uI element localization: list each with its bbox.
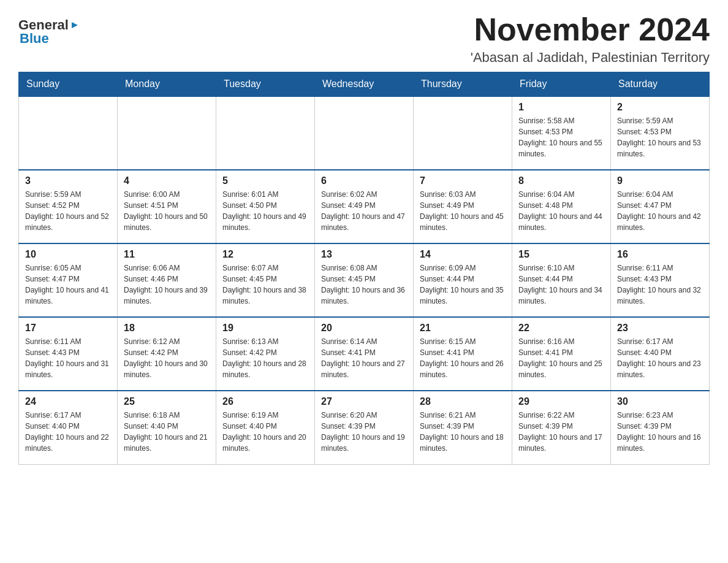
calendar-header-monday: Monday <box>118 72 216 97</box>
day-number: 26 <box>222 396 308 407</box>
calendar-cell: 6Sunrise: 6:02 AMSunset: 4:49 PMDaylight… <box>315 170 414 243</box>
calendar-cell: 12Sunrise: 6:07 AMSunset: 4:45 PMDayligh… <box>216 243 315 317</box>
calendar-cell: 18Sunrise: 6:12 AMSunset: 4:42 PMDayligh… <box>118 317 216 391</box>
calendar-cell: 24Sunrise: 6:17 AMSunset: 4:40 PMDayligh… <box>19 391 118 464</box>
calendar-cell <box>216 96 315 170</box>
day-info: Sunrise: 6:01 AMSunset: 4:50 PMDaylight:… <box>222 189 308 233</box>
calendar-header-sunday: Sunday <box>19 72 118 97</box>
calendar-cell: 7Sunrise: 6:03 AMSunset: 4:49 PMDaylight… <box>414 170 512 243</box>
day-number: 19 <box>222 323 308 334</box>
day-number: 29 <box>518 396 604 407</box>
calendar-cell: 26Sunrise: 6:19 AMSunset: 4:40 PMDayligh… <box>216 391 315 464</box>
week-row-4: 17Sunrise: 6:11 AMSunset: 4:43 PMDayligh… <box>19 317 710 391</box>
calendar-cell: 27Sunrise: 6:20 AMSunset: 4:39 PMDayligh… <box>315 391 414 464</box>
day-number: 25 <box>124 396 210 407</box>
calendar-cell: 13Sunrise: 6:08 AMSunset: 4:45 PMDayligh… <box>315 243 414 317</box>
week-row-1: 1Sunrise: 5:58 AMSunset: 4:53 PMDaylight… <box>19 96 710 170</box>
calendar-header-friday: Friday <box>512 72 611 97</box>
day-info: Sunrise: 6:05 AMSunset: 4:47 PMDaylight:… <box>25 262 111 307</box>
logo: General Blue <box>18 17 79 47</box>
calendar-cell: 19Sunrise: 6:13 AMSunset: 4:42 PMDayligh… <box>216 317 315 391</box>
calendar-header-row: SundayMondayTuesdayWednesdayThursdayFrid… <box>19 72 710 97</box>
calendar-cell: 11Sunrise: 6:06 AMSunset: 4:46 PMDayligh… <box>118 243 216 317</box>
calendar-cell <box>118 96 216 170</box>
calendar-header-thursday: Thursday <box>414 72 512 97</box>
day-info: Sunrise: 6:13 AMSunset: 4:42 PMDaylight:… <box>222 336 308 380</box>
day-info: Sunrise: 6:02 AMSunset: 4:49 PMDaylight:… <box>321 189 407 233</box>
day-number: 17 <box>25 323 111 334</box>
calendar-cell: 8Sunrise: 6:04 AMSunset: 4:48 PMDaylight… <box>512 170 611 243</box>
svg-marker-0 <box>72 22 78 28</box>
day-number: 22 <box>518 323 604 334</box>
day-info: Sunrise: 6:15 AMSunset: 4:41 PMDaylight:… <box>420 336 506 380</box>
day-number: 5 <box>222 175 308 186</box>
calendar-cell: 21Sunrise: 6:15 AMSunset: 4:41 PMDayligh… <box>414 317 512 391</box>
calendar-cell: 17Sunrise: 6:11 AMSunset: 4:43 PMDayligh… <box>19 317 118 391</box>
day-number: 10 <box>25 249 111 260</box>
day-number: 27 <box>321 396 407 407</box>
day-number: 20 <box>321 323 407 334</box>
day-number: 30 <box>617 396 703 407</box>
day-info: Sunrise: 6:11 AMSunset: 4:43 PMDaylight:… <box>25 336 111 380</box>
calendar-cell: 25Sunrise: 6:18 AMSunset: 4:40 PMDayligh… <box>118 391 216 464</box>
day-number: 24 <box>25 396 111 407</box>
day-info: Sunrise: 6:22 AMSunset: 4:39 PMDaylight:… <box>518 410 604 454</box>
calendar-cell: 20Sunrise: 6:14 AMSunset: 4:41 PMDayligh… <box>315 317 414 391</box>
day-number: 15 <box>518 249 604 260</box>
day-number: 3 <box>25 175 111 186</box>
day-info: Sunrise: 6:17 AMSunset: 4:40 PMDaylight:… <box>25 410 111 454</box>
day-info: Sunrise: 5:59 AMSunset: 4:53 PMDaylight:… <box>617 115 703 159</box>
calendar-cell: 10Sunrise: 6:05 AMSunset: 4:47 PMDayligh… <box>19 243 118 317</box>
day-info: Sunrise: 6:04 AMSunset: 4:47 PMDaylight:… <box>617 189 703 233</box>
calendar-cell: 16Sunrise: 6:11 AMSunset: 4:43 PMDayligh… <box>611 243 710 317</box>
calendar-cell: 1Sunrise: 5:58 AMSunset: 4:53 PMDaylight… <box>512 96 611 170</box>
day-info: Sunrise: 6:17 AMSunset: 4:40 PMDaylight:… <box>617 336 703 380</box>
calendar-cell: 9Sunrise: 6:04 AMSunset: 4:47 PMDaylight… <box>611 170 710 243</box>
day-info: Sunrise: 6:21 AMSunset: 4:39 PMDaylight:… <box>420 410 506 454</box>
day-number: 8 <box>518 175 604 186</box>
month-title: November 2024 <box>471 12 710 47</box>
calendar-cell <box>414 96 512 170</box>
day-number: 28 <box>420 396 506 407</box>
day-number: 2 <box>617 102 703 113</box>
day-info: Sunrise: 6:19 AMSunset: 4:40 PMDaylight:… <box>222 410 308 454</box>
calendar-cell: 5Sunrise: 6:01 AMSunset: 4:50 PMDaylight… <box>216 170 315 243</box>
calendar-cell <box>19 96 118 170</box>
day-number: 1 <box>518 102 604 113</box>
calendar: SundayMondayTuesdayWednesdayThursdayFrid… <box>18 72 710 465</box>
day-info: Sunrise: 6:04 AMSunset: 4:48 PMDaylight:… <box>518 189 604 233</box>
logo-arrow-icon <box>70 17 79 33</box>
day-info: Sunrise: 6:23 AMSunset: 4:39 PMDaylight:… <box>617 410 703 454</box>
day-info: Sunrise: 6:09 AMSunset: 4:44 PMDaylight:… <box>420 262 506 307</box>
day-number: 12 <box>222 249 308 260</box>
day-info: Sunrise: 6:03 AMSunset: 4:49 PMDaylight:… <box>420 189 506 233</box>
week-row-3: 10Sunrise: 6:05 AMSunset: 4:47 PMDayligh… <box>19 243 710 317</box>
day-info: Sunrise: 6:07 AMSunset: 4:45 PMDaylight:… <box>222 262 308 307</box>
calendar-cell: 29Sunrise: 6:22 AMSunset: 4:39 PMDayligh… <box>512 391 611 464</box>
logo-blue-text: Blue <box>20 31 49 47</box>
day-number: 7 <box>420 175 506 186</box>
calendar-cell: 4Sunrise: 6:00 AMSunset: 4:51 PMDaylight… <box>118 170 216 243</box>
calendar-cell: 30Sunrise: 6:23 AMSunset: 4:39 PMDayligh… <box>611 391 710 464</box>
day-number: 16 <box>617 249 703 260</box>
calendar-cell: 3Sunrise: 5:59 AMSunset: 4:52 PMDaylight… <box>19 170 118 243</box>
calendar-cell: 15Sunrise: 6:10 AMSunset: 4:44 PMDayligh… <box>512 243 611 317</box>
day-info: Sunrise: 6:20 AMSunset: 4:39 PMDaylight:… <box>321 410 407 454</box>
calendar-header-tuesday: Tuesday <box>216 72 315 97</box>
day-info: Sunrise: 6:00 AMSunset: 4:51 PMDaylight:… <box>124 189 210 233</box>
calendar-cell <box>315 96 414 170</box>
location: 'Abasan al Jadidah, Palestinian Territor… <box>471 50 710 66</box>
day-info: Sunrise: 6:12 AMSunset: 4:42 PMDaylight:… <box>124 336 210 380</box>
day-info: Sunrise: 6:11 AMSunset: 4:43 PMDaylight:… <box>617 262 703 307</box>
week-row-5: 24Sunrise: 6:17 AMSunset: 4:40 PMDayligh… <box>19 391 710 464</box>
calendar-cell: 14Sunrise: 6:09 AMSunset: 4:44 PMDayligh… <box>414 243 512 317</box>
calendar-cell: 28Sunrise: 6:21 AMSunset: 4:39 PMDayligh… <box>414 391 512 464</box>
day-number: 11 <box>124 249 210 260</box>
day-info: Sunrise: 6:06 AMSunset: 4:46 PMDaylight:… <box>124 262 210 307</box>
day-number: 13 <box>321 249 407 260</box>
day-info: Sunrise: 5:59 AMSunset: 4:52 PMDaylight:… <box>25 189 111 233</box>
calendar-header-saturday: Saturday <box>611 72 710 97</box>
calendar-header-wednesday: Wednesday <box>315 72 414 97</box>
day-number: 9 <box>617 175 703 186</box>
title-section: November 2024 'Abasan al Jadidah, Palest… <box>471 12 710 66</box>
